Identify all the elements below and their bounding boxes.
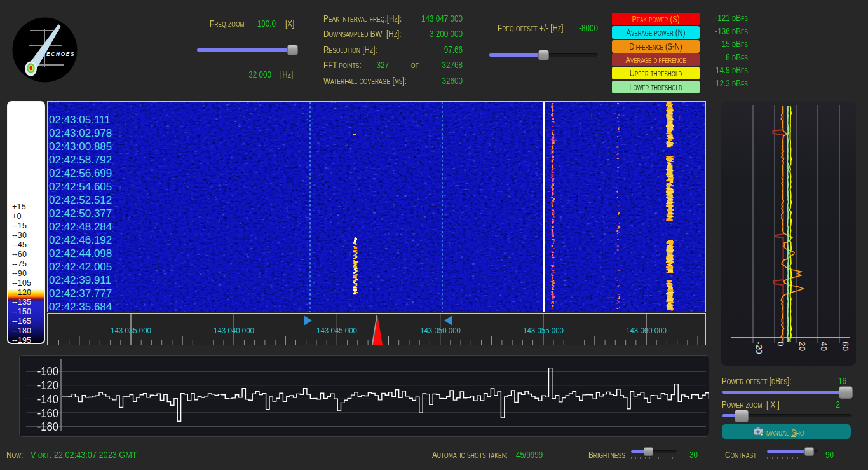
svg-text:20: 20 <box>797 342 807 351</box>
svg-text:0: 0 <box>776 342 785 347</box>
svg-text:-20: -20 <box>754 342 764 354</box>
svg-text:40: 40 <box>819 342 829 351</box>
svg-text:ECHOES: ECHOES <box>46 52 75 57</box>
svg-text:60: 60 <box>841 342 850 351</box>
